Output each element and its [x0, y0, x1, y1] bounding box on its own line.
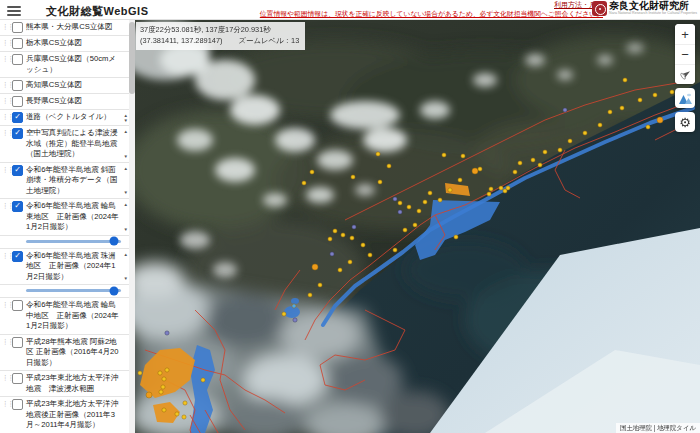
layer-item[interactable]: ⋮⋮令和6年能登半島地震 輪島中地区 正射画像（2024年1月2日撮影） [0, 298, 129, 335]
drag-handle-icon[interactable]: ⋮⋮ [2, 38, 9, 47]
map-point[interactable] [531, 158, 535, 162]
move-layer-down-icon[interactable]: ▼ [124, 276, 128, 281]
layer-item[interactable]: ⋮⋮✓令和6年能登半島地震 輪島東地区 正射画像（2024年1月2日撮影）▲▼ [0, 199, 129, 236]
map-point[interactable] [376, 152, 380, 156]
map-point[interactable] [438, 198, 442, 202]
terrain-3d-icon[interactable] [675, 88, 695, 108]
map-point[interactable] [318, 283, 322, 287]
map-point[interactable] [608, 110, 612, 114]
layer-item[interactable]: ⋮⋮栃木県CS立体図 [0, 36, 129, 52]
layer-checkbox[interactable]: ✓ [12, 165, 23, 176]
map-point[interactable] [293, 318, 297, 322]
map-point[interactable] [146, 392, 152, 398]
hamburger-menu-icon[interactable] [7, 4, 21, 16]
map-point[interactable] [175, 412, 179, 416]
map-point[interactable] [428, 191, 432, 195]
map-point[interactable] [341, 233, 345, 237]
move-layer-up-icon[interactable]: ▲ [124, 129, 128, 134]
layer-item[interactable]: ⋮⋮✓空中写真判読による津波浸水域（推定）能登半島地震（国土地理院）▲▼ [0, 126, 129, 163]
settings-gear-icon[interactable]: ⚙ [675, 112, 695, 132]
map-point[interactable] [310, 170, 314, 174]
map-point[interactable] [361, 243, 365, 247]
drag-handle-icon[interactable]: ⋮⋮ [2, 337, 9, 346]
move-layer-up-icon[interactable]: ▲ [124, 202, 128, 207]
layer-item[interactable]: ⋮⋮✓令和6年能登半島地震 斜面崩壊・堆積分布データ（国土地理院）▲▼ [0, 163, 129, 200]
map-point[interactable] [670, 90, 674, 94]
layer-item[interactable]: ⋮⋮平成28年熊本地震 阿蘇2地区 正射画像（2016年4月20日撮影） [0, 335, 129, 372]
map-point[interactable] [558, 148, 562, 152]
layer-checkbox[interactable] [12, 22, 23, 33]
zoom-in-button[interactable]: + [675, 24, 695, 44]
map-point[interactable] [646, 125, 650, 129]
drag-handle-icon[interactable]: ⋮⋮ [2, 373, 9, 382]
drag-handle-icon[interactable]: ⋮⋮ [2, 251, 9, 260]
map-point[interactable] [351, 175, 355, 179]
map-point[interactable] [161, 385, 165, 389]
map-point[interactable] [538, 163, 542, 167]
map-point[interactable] [454, 235, 458, 239]
map-point[interactable] [461, 154, 465, 158]
drag-handle-icon[interactable]: ⋮⋮ [2, 54, 9, 63]
drag-handle-icon[interactable]: ⋮⋮ [2, 201, 9, 210]
map-point[interactable] [398, 201, 402, 205]
layer-checkbox[interactable] [12, 337, 23, 348]
map-point[interactable] [398, 210, 402, 214]
drag-handle-icon[interactable]: ⋮⋮ [2, 128, 9, 137]
map-point[interactable] [182, 415, 186, 419]
map-point[interactable] [487, 192, 491, 196]
map-point[interactable] [598, 123, 602, 127]
map-point[interactable] [543, 150, 547, 154]
map-point[interactable] [333, 229, 337, 233]
map-point[interactable] [499, 186, 503, 190]
slider-thumb[interactable] [110, 237, 119, 246]
map-point[interactable] [478, 167, 482, 171]
map-point[interactable] [583, 131, 587, 135]
move-layer-down-icon[interactable]: ▼ [124, 154, 128, 159]
slider-thumb[interactable] [110, 286, 119, 295]
map-point[interactable] [201, 378, 205, 382]
layer-checkbox[interactable] [12, 96, 23, 107]
map-point[interactable] [282, 312, 286, 316]
map-point[interactable] [368, 253, 372, 257]
map-point[interactable] [158, 371, 162, 375]
layer-checkbox[interactable] [12, 300, 23, 311]
layer-item[interactable]: ⋮⋮長野県CS立体図 [0, 94, 129, 110]
zoom-out-button[interactable]: − [675, 44, 695, 64]
map-point[interactable] [162, 408, 166, 412]
layer-item[interactable]: ⋮⋮平成23年東北地方太平洋沖地震後正射画像（2011年3月～2011年4月撮影… [0, 397, 129, 433]
move-layer-up-icon[interactable]: ▲ [124, 252, 128, 257]
map-point[interactable] [472, 168, 478, 174]
layer-opacity-slider[interactable] [0, 236, 129, 249]
layer-item[interactable]: ⋮⋮高知県CS立体図 [0, 78, 129, 94]
layer-checkbox[interactable] [12, 38, 23, 49]
layer-checkbox[interactable]: ✓ [12, 128, 23, 139]
drag-handle-icon[interactable]: ⋮⋮ [2, 112, 9, 121]
map-attribution[interactable]: 国土地理院 | 地理院タイル [616, 423, 700, 433]
map-point[interactable] [302, 181, 306, 185]
map-point[interactable] [387, 164, 391, 168]
map-point[interactable] [138, 371, 142, 375]
layer-item[interactable]: ⋮⋮兵庫県CS立体図（50cmメッシュ） [0, 52, 129, 78]
map-point[interactable] [448, 188, 452, 192]
map-point[interactable] [620, 106, 624, 110]
map-point[interactable] [165, 368, 169, 372]
map-point[interactable] [330, 252, 334, 256]
map-point[interactable] [183, 401, 187, 405]
map-point[interactable] [378, 180, 382, 184]
move-layer-down-icon[interactable]: ▼ [124, 227, 128, 232]
map-point[interactable] [423, 200, 427, 204]
move-layer-down-icon[interactable]: ▼ [124, 190, 128, 195]
move-layer-up-icon[interactable]: ▲ [124, 166, 128, 171]
map-point[interactable] [657, 117, 663, 123]
drag-handle-icon[interactable]: ⋮⋮ [2, 300, 9, 309]
map-point[interactable] [159, 390, 163, 394]
layer-checkbox[interactable] [12, 399, 23, 410]
map-point[interactable] [403, 228, 407, 232]
map-point[interactable] [513, 170, 517, 174]
map-point[interactable] [348, 260, 352, 264]
sidebar-scrollbar-thumb[interactable] [129, 22, 135, 94]
layer-checkbox[interactable]: ✓ [12, 112, 23, 123]
layer-item[interactable]: ⋮⋮熊本県・大分県CS立体図 [0, 20, 129, 36]
map-point[interactable] [407, 205, 411, 209]
map-point[interactable] [458, 178, 462, 182]
